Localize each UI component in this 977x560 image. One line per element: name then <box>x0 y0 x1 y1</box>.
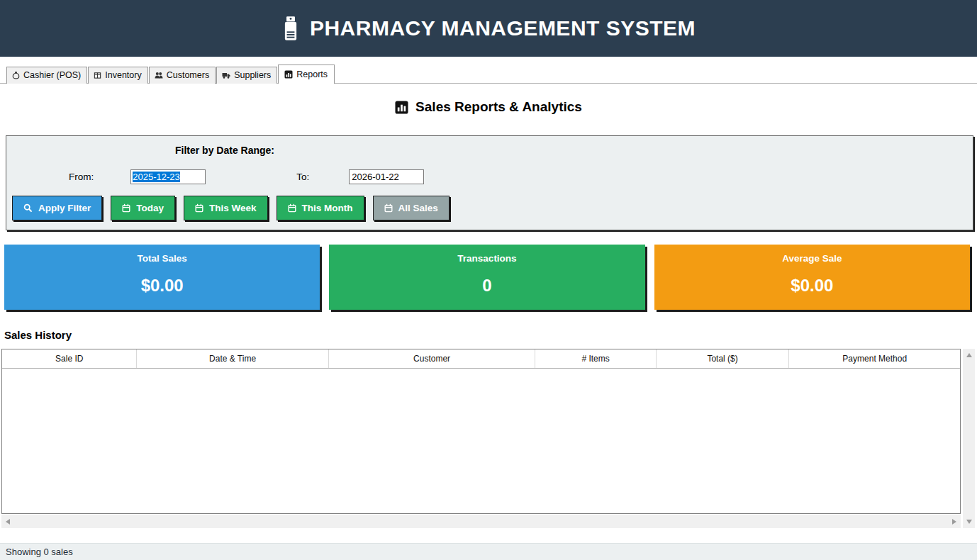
this-month-button[interactable]: This Month <box>277 196 364 220</box>
stat-value: 0 <box>329 276 644 296</box>
button-label: Today <box>136 203 164 213</box>
people-icon <box>155 71 163 79</box>
pill-bottle-icon <box>281 16 300 41</box>
sales-history-table: Sale ID Date & Time Customer # Items Tot… <box>1 349 975 528</box>
table-header-row: Sale ID Date & Time Customer # Items Tot… <box>2 349 960 369</box>
tab-inventory[interactable]: Inventory <box>88 67 147 84</box>
table-grid: Sale ID Date & Time Customer # Items Tot… <box>1 349 961 514</box>
tab-bar: Cashier (POS) Inventory Customers Suppli… <box>0 57 977 84</box>
bar-chart-icon <box>395 101 408 114</box>
calendar-icon <box>195 203 203 213</box>
button-label: Apply Filter <box>38 203 91 213</box>
tab-reports[interactable]: Reports <box>278 65 335 84</box>
app-title: PHARMACY MANAGEMENT SYSTEM <box>310 16 696 40</box>
total-sales-card: Total Sales $0.00 <box>4 245 320 310</box>
column-header-total[interactable]: Total ($) <box>657 349 790 368</box>
page-title-text: Sales Reports & Analytics <box>415 99 582 115</box>
calendar-icon <box>122 203 130 213</box>
tab-cashier-pos[interactable]: Cashier (POS) <box>6 67 87 84</box>
sales-history-title: Sales History <box>4 329 977 341</box>
button-label: This Week <box>209 203 257 213</box>
column-header-items[interactable]: # Items <box>535 349 656 368</box>
calendar-icon <box>384 203 393 213</box>
horizontal-scrollbar[interactable] <box>1 515 961 528</box>
column-header-sale-id[interactable]: Sale ID <box>2 349 137 368</box>
stat-value: $0.00 <box>654 276 970 296</box>
apply-filter-button[interactable]: Apply Filter <box>12 196 102 220</box>
stat-label: Total Sales <box>4 253 320 264</box>
button-label: This Month <box>302 203 353 213</box>
from-label: From: <box>69 172 94 182</box>
from-date-value: 2025-12-23 <box>133 172 180 182</box>
scroll-down-icon[interactable] <box>966 520 972 524</box>
tab-label: Customers <box>167 70 209 80</box>
tab-customers[interactable]: Customers <box>149 67 216 84</box>
scroll-left-icon[interactable] <box>6 519 10 525</box>
page-title: Sales Reports & Analytics <box>0 99 977 115</box>
vertical-scrollbar[interactable] <box>963 349 975 528</box>
truck-icon <box>222 71 230 79</box>
money-bag-icon <box>12 71 20 79</box>
app-window: PHARMACY MANAGEMENT SYSTEM Cashier (POS)… <box>0 0 977 560</box>
bar-chart-icon <box>284 70 293 79</box>
search-icon <box>23 203 33 213</box>
app-header: PHARMACY MANAGEMENT SYSTEM <box>0 0 977 57</box>
filter-buttons: Apply Filter Today This Week This Month … <box>12 196 973 220</box>
table-body-empty <box>2 369 960 513</box>
transactions-card: Transactions 0 <box>329 245 644 310</box>
tab-label: Suppliers <box>234 70 271 80</box>
scroll-up-icon[interactable] <box>966 353 972 357</box>
tab-suppliers[interactable]: Suppliers <box>216 67 277 84</box>
filter-panel: Filter by Date Range: From: 2025-12-23 T… <box>6 135 973 230</box>
reports-panel: Sales Reports & Analytics Filter by Date… <box>0 84 977 539</box>
package-icon <box>94 71 101 79</box>
average-sale-card: Average Sale $0.00 <box>654 245 970 310</box>
column-header-date-time[interactable]: Date & Time <box>137 349 328 368</box>
status-text: Showing 0 sales <box>6 547 73 557</box>
tab-label: Reports <box>296 69 328 79</box>
stat-label: Average Sale <box>654 253 970 264</box>
column-header-payment-method[interactable]: Payment Method <box>789 349 959 368</box>
button-label: All Sales <box>398 203 438 213</box>
to-label: To: <box>296 172 309 182</box>
column-header-customer[interactable]: Customer <box>329 349 536 368</box>
tab-label: Inventory <box>105 70 141 80</box>
to-date-input[interactable] <box>349 169 424 184</box>
stat-label: Transactions <box>329 253 644 264</box>
calendar-icon <box>288 203 296 213</box>
this-week-button[interactable]: This Week <box>184 196 268 220</box>
all-sales-button[interactable]: All Sales <box>373 196 450 220</box>
today-button[interactable]: Today <box>111 196 175 220</box>
from-date-input[interactable]: 2025-12-23 <box>130 169 206 184</box>
stat-cards: Total Sales $0.00 Transactions 0 Average… <box>4 245 970 310</box>
date-range-row: From: 2025-12-23 To: <box>6 169 973 184</box>
status-bar: Showing 0 sales <box>0 543 977 560</box>
stat-value: $0.00 <box>4 276 320 296</box>
table-main: Sale ID Date & Time Customer # Items Tot… <box>1 349 961 528</box>
scroll-right-icon[interactable] <box>952 519 956 525</box>
filter-title: Filter by Date Range: <box>175 145 274 156</box>
tab-label: Cashier (POS) <box>23 70 81 80</box>
